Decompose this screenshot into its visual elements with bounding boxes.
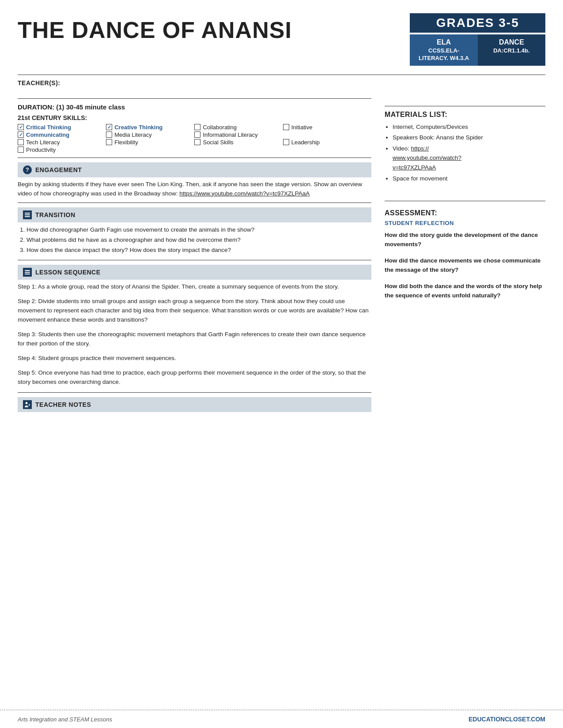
left-column: TEACHER(S): DURATION: (1) 30-45 minute c…: [18, 79, 371, 415]
checkbox-productivity: [18, 146, 24, 153]
svg-rect-0: [25, 213, 30, 214]
checkbox-social-skills: [194, 139, 200, 145]
ela-standard-code: CCSS.ELA-LITERACY. W4.3.A: [419, 47, 469, 61]
duration-label: DURATION: (1) 30-45 minute class: [18, 103, 371, 111]
skills-grid: ✓ Critical Thinking ✓ Creative Thinking …: [18, 124, 371, 153]
skill-label-leadership: Leadership: [291, 139, 320, 146]
svg-rect-3: [25, 270, 30, 271]
skill-label-creative-thinking: Creative Thinking: [114, 124, 162, 131]
lesson-step-2: Step 2: Divide students into small group…: [18, 297, 371, 325]
lesson-step-3: Step 3: Students then use the choreograp…: [18, 330, 371, 349]
checkbox-flexibility: [106, 139, 112, 145]
checkbox-communicating: ✓: [18, 131, 24, 138]
reflection-question-1: How did the story guide the development …: [385, 231, 545, 249]
dance-standard-block: DANCE DA:CR1.1.4b.: [478, 34, 545, 66]
lesson-sequence-icon: [23, 268, 32, 277]
skill-label-collaborating: Collaborating: [203, 124, 237, 131]
teachers-value: [18, 88, 371, 99]
engagement-body: Begin by asking students if they have ev…: [18, 180, 371, 199]
dance-subject: DANCE: [482, 38, 541, 47]
right-column: MATERIALS LIST: Internet, Computers/Devi…: [385, 79, 545, 415]
reflection-question-2: How did the dance movements we chose com…: [385, 256, 545, 275]
standards-row: ELA CCSS.ELA-LITERACY. W4.3.A DANCE DA:C…: [410, 34, 545, 66]
skill-label-productivity: Productivity: [26, 146, 56, 153]
skill-tech-literacy: Tech Literacy: [18, 139, 106, 146]
checkbox-critical-thinking: ✓: [18, 124, 24, 130]
teacher-notes-label: TEACHER NOTES: [35, 401, 91, 408]
ela-subject: ELA: [414, 38, 473, 47]
checkbox-initiative: [283, 124, 289, 130]
svg-rect-5: [25, 274, 30, 274]
svg-rect-1: [25, 214, 30, 215]
skills-title: 21st CENTURY SKILLS:: [18, 114, 371, 121]
materials-title: MATERIALS LIST:: [385, 111, 545, 119]
checkbox-tech-literacy: [18, 139, 24, 145]
skill-label-informational-literacy: Informational Literacy: [203, 131, 257, 138]
svg-rect-4: [25, 272, 30, 273]
skills-section: 21st CENTURY SKILLS: ✓ Critical Thinking…: [18, 114, 371, 153]
dance-standard-code: DA:CR1.1.4b.: [493, 47, 529, 54]
material-item-1: Internet, Computers/Devices: [393, 122, 545, 132]
main-title: THE DANCE OF ANANSI: [18, 18, 292, 43]
material-item-3: Video: https://www.youtube.com/watch?v=t…: [393, 144, 545, 173]
skill-media-literacy: Media Literacy: [106, 131, 194, 138]
skill-empty1: [283, 131, 371, 138]
skill-label-initiative: Initiative: [291, 124, 313, 131]
skill-communicating: ✓ Communicating: [18, 131, 106, 138]
transition-item-2: What problems did he have as a choreogra…: [26, 235, 371, 245]
skill-initiative: Initiative: [283, 124, 371, 131]
student-reflection-label: STUDENT REFLECTION: [385, 220, 545, 226]
transition-label: TRANSITION: [35, 211, 76, 218]
lesson-sequence-header: LESSON SEQUENCE: [18, 265, 371, 280]
skill-flexibility: Flexibility: [106, 139, 194, 146]
ela-standard-block: ELA CCSS.ELA-LITERACY. W4.3.A: [410, 34, 477, 66]
footer-right-text: EDUCATIONCLOSET.COM: [469, 716, 545, 723]
lesson-step-1: Step 1: As a whole group, read the story…: [18, 282, 371, 292]
reflection-question-3: How did both the dance and the words of …: [385, 282, 545, 300]
skill-label-tech-literacy: Tech Literacy: [26, 139, 60, 146]
transition-item-1: How did choreographer Garth Fagin use mo…: [26, 225, 371, 235]
skill-collaborating: Collaborating: [194, 124, 283, 131]
grades-block: GRADES 3-5 ELA CCSS.ELA-LITERACY. W4.3.A…: [410, 13, 545, 66]
engagement-header: ? ENGAGEMENT: [18, 162, 371, 177]
skill-critical-thinking: ✓ Critical Thinking: [18, 124, 106, 131]
transition-list: How did choreographer Garth Fagin use mo…: [26, 225, 371, 255]
skill-social-skills: Social Skills: [194, 139, 283, 146]
transition-item-3: How does the dance impact the story? How…: [26, 245, 371, 255]
checkbox-leadership: [283, 139, 289, 145]
checkbox-collaborating: [194, 124, 200, 130]
checkbox-media-literacy: [106, 131, 112, 138]
skill-label-media-literacy: Media Literacy: [114, 131, 152, 138]
materials-list: Internet, Computers/Devices Speakers Boo…: [393, 122, 545, 184]
grades-label: GRADES 3-5: [410, 13, 545, 33]
skill-informational-literacy: Informational Literacy: [194, 131, 283, 138]
transition-header: TRANSITION: [18, 207, 371, 222]
svg-point-6: [26, 402, 28, 404]
checkbox-creative-thinking: ✓: [106, 124, 112, 130]
checkbox-informational-literacy: [194, 131, 200, 138]
teachers-label: TEACHER(S):: [18, 79, 371, 86]
engagement-label: ENGAGEMENT: [35, 166, 82, 173]
transition-icon: [23, 210, 32, 219]
skill-productivity: Productivity: [18, 146, 106, 153]
skill-label-social-skills: Social Skills: [203, 139, 233, 146]
skill-label-flexibility: Flexibility: [114, 139, 138, 146]
assessment-title: ASSESSMENT:: [385, 209, 545, 217]
skill-label-critical-thinking: Critical Thinking: [26, 124, 71, 131]
footer-left-text: Arts Integration and STEAM Lessons: [18, 716, 112, 723]
material-item-4: Space for movement: [393, 174, 545, 184]
lesson-sequence-label: LESSON SEQUENCE: [35, 269, 101, 276]
skill-creative-thinking: ✓ Creative Thinking: [106, 124, 194, 131]
material-item-2: Speakers Book: Anansi the Spider: [393, 133, 545, 143]
lesson-step-4: Step 4: Student groups practice their mo…: [18, 354, 371, 363]
lesson-step-5: Step 5: Once everyone has had time to pr…: [18, 368, 371, 387]
material-video-link: https://www.youtube.com/watch?v=tc97XZLP…: [393, 145, 461, 171]
skill-label-communicating: Communicating: [26, 131, 69, 138]
footer: Arts Integration and STEAM Lessons EDUCA…: [0, 709, 563, 728]
engagement-icon: ?: [23, 165, 32, 174]
engagement-link[interactable]: https://www.youtube.com/watch?v=tc97XZLP…: [179, 190, 310, 197]
svg-rect-2: [25, 216, 30, 217]
teacher-notes-icon: [23, 400, 32, 409]
skill-leadership: Leadership: [283, 139, 371, 146]
teacher-notes-header: TEACHER NOTES: [18, 397, 371, 412]
